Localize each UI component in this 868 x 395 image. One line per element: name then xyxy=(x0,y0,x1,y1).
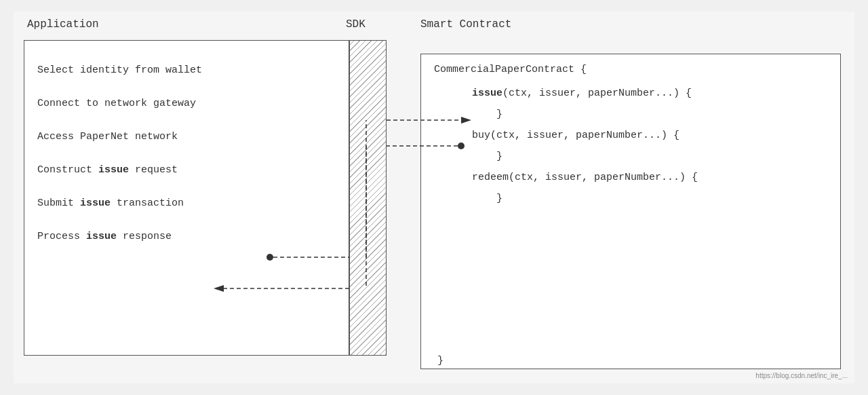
app-item-connect-gateway: Connect to network gateway xyxy=(24,87,348,120)
contract-header: CommercialPaperContract { xyxy=(434,64,827,75)
label-smartcontract: Smart Contract xyxy=(420,18,511,31)
issue-method-bold: issue xyxy=(472,88,502,99)
contract-issue-close: } xyxy=(434,109,827,120)
contract-method-issue: issue(ctx, issuer, paperNumber...) { xyxy=(434,88,827,99)
app-item-process-issue: Process issue response xyxy=(24,220,348,253)
contract-buy-close: } xyxy=(434,151,827,162)
app-item-access-network: Access PaperNet network xyxy=(24,120,348,153)
issue-bold-1: issue xyxy=(98,164,129,176)
app-item-construct-issue: Construct issue request xyxy=(24,153,348,187)
app-items-list: Select identity from wallet Connect to n… xyxy=(24,54,348,253)
contract-method-redeem: redeem(ctx, issuer, paperNumber...) { xyxy=(434,172,827,183)
from-text: from xyxy=(135,64,159,76)
contract-redeem-close: } xyxy=(434,193,827,204)
app-item-select-identity: Select identity from wallet xyxy=(24,54,348,87)
diagram-container: Application SDK Smart Contract Select id… xyxy=(14,12,854,383)
app-item-submit-issue: Submit issue transaction xyxy=(24,187,348,220)
sdk-column xyxy=(349,40,387,356)
label-application: Application xyxy=(27,18,99,31)
watermark: https://blog.csdn.net/inc_ire_... xyxy=(755,372,848,379)
label-sdk: SDK xyxy=(346,18,366,31)
issue-bold-3: issue xyxy=(86,231,117,242)
issue-bold-2: issue xyxy=(80,198,111,209)
contract-method-buy: buy(ctx, issuer, paperNumber...) { xyxy=(434,130,827,141)
contract-outer-close: } xyxy=(437,355,443,366)
contract-content: CommercialPaperContract { issue(ctx, iss… xyxy=(420,54,841,219)
